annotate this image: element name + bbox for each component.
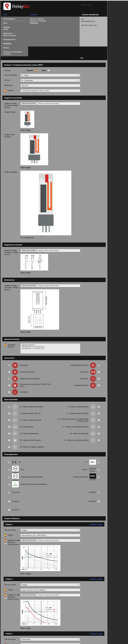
eliminar-campo-link[interactable]: Eliminar campo — [90, 633, 103, 634]
area-menu-item[interactable]: Aplicaciones — [3, 32, 28, 34]
ul-label: UL — [85, 461, 87, 463]
area-menu-item[interactable]: Administradores — [3, 18, 28, 20]
imagen-file-input[interactable]: Seleccionar archivo Ningún archivo selec… — [20, 102, 80, 105]
area-menu-item[interactable]: Slider — [3, 22, 28, 24]
uk-flag-icon[interactable] — [48, 69, 50, 72]
tipo-especial-checkbox[interactable] — [8, 406, 10, 408]
tipo-especial-icon: ⋉ — [12, 430, 18, 436]
application-checkbox[interactable] — [98, 364, 100, 366]
solicitado-note: Solicitado — [89, 470, 96, 472]
campo-input[interactable] — [20, 588, 80, 592]
eliminar-campo-link[interactable]: Eliminar campo — [90, 524, 103, 526]
tipo-especial-row: 14 - Relés con contactos abiertos ∖ — [54, 437, 107, 444]
tipo-campo-label: Tipo de Campo — [1, 583, 20, 586]
application-checkbox[interactable] — [8, 391, 10, 393]
application-checkbox[interactable] — [98, 384, 100, 386]
nombre-input[interactable] — [20, 89, 80, 92]
ccc-checkbox[interactable] — [8, 476, 10, 478]
subarea-menu-item[interactable]: Tipos de Productos — [30, 18, 80, 20]
aplicacion-general-textarea[interactable]: Aplicación general 10A 250V AC-1 0, 5A 1… — [20, 344, 80, 354]
referencia-input[interactable] — [20, 84, 80, 87]
chevron-down-icon: ▼ — [78, 74, 79, 76]
application-checkbox[interactable] — [8, 378, 10, 380]
en60007-checkbox[interactable] — [98, 500, 100, 502]
ver-tamano-real-link[interactable]: Ver a tamaño real — [20, 236, 34, 238]
lang-en-link[interactable]: Ingles — [42, 70, 46, 71]
iec61810-label: IEC 61810 — [12, 492, 20, 493]
area-menu-item[interactable]: Usuarios para Newsletter — [3, 51, 28, 53]
area-menu-item[interactable]: Tarifas — [3, 28, 28, 30]
area-menu-item[interactable]: ----------------------------------------… — [3, 20, 28, 22]
en60947-checkbox[interactable] — [98, 492, 100, 494]
application-checkbox[interactable] — [8, 384, 10, 386]
imagen-listado-label: Imagen listado — [1, 111, 20, 113]
tipo-producto-select[interactable]: R - Relés▼ — [20, 74, 80, 77]
dimensiones-file-input[interactable]: Seleccionar archivo Ningún archivo selec… — [20, 284, 80, 287]
area-menu-item[interactable]: Contactos — [3, 53, 28, 55]
tipo-especial-checkbox[interactable] — [8, 439, 10, 441]
relaygo-logo[interactable]: RelayGo — [3, 2, 29, 10]
tipo-especial-checkbox[interactable] — [8, 426, 10, 428]
application-checkbox[interactable] — [98, 371, 100, 373]
eliminar-campo-link[interactable]: Eliminar campo — [90, 578, 103, 580]
area-menu-item[interactable]: Catálogo — [3, 26, 28, 28]
logout-link[interactable]: Salir — [80, 56, 83, 60]
area-menu-item[interactable]: Homologaciones — [3, 38, 28, 40]
editar-imagen-campo1-link[interactable]: Editar Imagen — [20, 573, 31, 574]
eac-checkbox[interactable] — [98, 476, 100, 478]
uk-flag-gray-icon — [5, 542, 7, 545]
iec61810-checkbox[interactable] — [8, 492, 10, 494]
campo-1-file-input[interactable]: Seleccionar archivoNingún archivo selecc… — [20, 539, 80, 542]
editar-imagen-ficha-link[interactable]: Editar Imagen — [20, 166, 31, 168]
imagen-ampliada-photo — [20, 171, 71, 235]
rohs-checkbox[interactable] — [8, 484, 10, 485]
diagrama-file-input[interactable]: Seleccionar archivo Ningún archivo selec… — [20, 249, 80, 252]
tipo-especial-checkbox[interactable] — [98, 439, 100, 441]
editar-imagen-campo2-link[interactable]: Editar Imagen — [20, 627, 31, 629]
area-menu-item[interactable]: Productos — [3, 43, 28, 45]
ul-checkbox[interactable] — [98, 461, 100, 463]
ce-checkbox[interactable] — [8, 461, 10, 463]
spain-flag-icon — [5, 534, 7, 536]
campo-2-file-input[interactable]: Seleccionar archivoNingún archivo selecc… — [20, 594, 80, 596]
subarea-menu-item[interactable]: Productos — [30, 22, 80, 24]
application-row: ▤ Infraestructuras de Edificios — [1, 375, 54, 382]
subarea-menu-item[interactable]: Familias de Productos — [30, 20, 80, 22]
tipo-especial-label: 18 - Relés de sobrecarga — [70, 433, 88, 434]
tipo-especial-checkbox[interactable] — [98, 419, 100, 421]
tipo-especial-checkbox[interactable] — [8, 433, 10, 434]
editar-imagen-diagrama-link[interactable]: Editar Imagen — [20, 272, 31, 274]
tipo-especial-checkbox[interactable] — [8, 419, 10, 421]
tipo-campo-select[interactable]: Imagen▼ — [20, 583, 80, 586]
lloyds-checkbox[interactable] — [98, 468, 100, 470]
application-label: Automatización Industrial — [70, 364, 88, 366]
tipo-campo-select[interactable]: Texto Plano▼ — [20, 638, 80, 641]
tipo-especial-checkbox[interactable] — [98, 406, 100, 408]
ec61810-checkbox[interactable] — [8, 500, 10, 502]
relay-photo — [23, 111, 32, 127]
area-menu-title: Area — [1, 13, 28, 16]
editar-imagen-dimensiones-link[interactable]: Editar Imagen — [20, 331, 31, 333]
familia-select[interactable]: M - Industriales▼ — [20, 79, 80, 82]
spain-flag-icon[interactable] — [35, 69, 37, 72]
tipo-especial-label: 19 - Relés de remanencia — [20, 433, 38, 434]
tipo-especial-checkbox[interactable] — [98, 426, 100, 428]
area-menu-item[interactable]: Noticias — [3, 47, 28, 49]
campo-input[interactable] — [20, 643, 80, 644]
tipo-campo-select[interactable]: Imagen▼ — [20, 528, 80, 532]
tipo-especial-checkbox[interactable] — [98, 412, 100, 414]
application-checkbox[interactable] — [8, 364, 10, 366]
en61373-checkbox[interactable] — [8, 509, 10, 511]
campo-input[interactable] — [20, 534, 80, 537]
application-checkbox[interactable] — [8, 371, 10, 373]
tipo-especial-checkbox[interactable] — [98, 433, 100, 434]
area-menu-item[interactable]: Relés Especiales — [3, 34, 28, 36]
lang-es-link[interactable]: Español — [27, 70, 33, 71]
csa-chec kbox[interactable] — [8, 468, 10, 470]
tipo-especial-checkbox[interactable] — [8, 412, 10, 414]
imagen-label: Imagen Formato JPG (Max: 4000px ancho) — [8, 594, 20, 600]
tipo-especial-checkbox[interactable] — [8, 446, 10, 448]
editar-imagen-listado-link[interactable]: Editar Imagen — [20, 129, 31, 131]
header: RelayGo PROTOS Area Administradores-----… — [1, 1, 107, 60]
application-checkbox[interactable] — [98, 378, 100, 380]
